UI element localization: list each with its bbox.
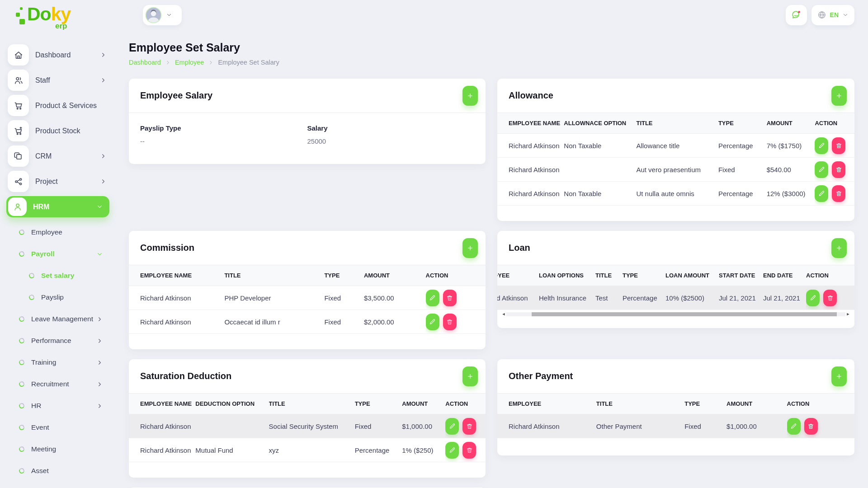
breadcrumb-dashboard[interactable]: Dashboard [129, 59, 161, 66]
delete-button[interactable] [462, 442, 476, 459]
column-header: END DATE [763, 265, 806, 286]
bullet-icon [18, 402, 25, 409]
table-cell: Fixed [355, 414, 402, 438]
employee-salary-card: Employee Salary Payslip Type -- Salary 2… [129, 79, 486, 164]
sidebar-item-leave-management[interactable]: Leave Management [0, 308, 117, 330]
column-header: TITLE [269, 394, 355, 414]
chevron-down-icon [166, 12, 172, 18]
brand-logo[interactable]: Doky erp [15, 3, 92, 31]
delete-button[interactable] [832, 161, 845, 178]
scrollbar-thumb[interactable] [532, 312, 837, 316]
edit-button[interactable] [806, 290, 820, 306]
sidebar-item-recruitment[interactable]: Recruitment [0, 373, 117, 395]
edit-button[interactable] [445, 418, 459, 435]
table-cell: Fixed [324, 286, 364, 310]
table-row: Richard AtkinsonPHP DeveloperFixed$3,500… [129, 286, 486, 310]
table-cell: Percentage [718, 134, 767, 158]
table-cell: Richard Atkinson [497, 158, 564, 182]
sidebar-item-employee[interactable]: Employee [0, 221, 117, 243]
table-cell: Richard Atkinson [497, 134, 564, 158]
sidebar-item-staff[interactable]: Staff [0, 70, 117, 91]
sidebar-item-meeting[interactable]: Meeting [0, 438, 117, 460]
delete-button[interactable] [443, 290, 457, 306]
sidebar-item-event[interactable]: Event [0, 417, 117, 438]
table-row: Richard AtkinsonOccaecat id illum rFixed… [129, 310, 486, 334]
edit-button[interactable] [445, 442, 459, 459]
sidebar-item-product-services[interactable]: Product & Services [0, 95, 117, 116]
table-cell: Mutual Fund [195, 438, 269, 462]
user-menu[interactable] [143, 5, 182, 25]
column-header: TYPE [684, 394, 726, 414]
sidebar-item-label: Training [31, 358, 56, 366]
card-title: Employee Salary [140, 90, 212, 101]
delete-button[interactable] [804, 418, 818, 435]
action-cell [426, 286, 486, 310]
table-cell: Richard Atkinson [497, 414, 596, 438]
sidebar-item-performance[interactable]: Performance [0, 330, 117, 352]
plus-icon [467, 244, 474, 252]
column-header: DEDUCTION OPTION [195, 394, 269, 414]
sidebar-item-asset[interactable]: Asset [0, 460, 117, 482]
column-header: TITLE [595, 265, 623, 286]
table-cell: $540.00 [767, 158, 815, 182]
delete-button[interactable] [832, 137, 845, 154]
add-allowance-button[interactable] [831, 86, 847, 106]
scroll-left-arrow[interactable]: ◄ [501, 312, 506, 316]
cards-grid: Employee Salary Payslip Type -- Salary 2… [129, 79, 854, 488]
column-header: AMOUNT [364, 265, 426, 286]
breadcrumb-employee[interactable]: Employee [175, 59, 204, 66]
table-row: Richard AtkinsonHelth InsuranceTestPerce… [497, 286, 854, 310]
column-header: AMOUNT [402, 394, 445, 414]
table-cell: Richard Atkinson [129, 438, 195, 462]
messenger-button[interactable] [786, 5, 807, 25]
table-cell: Test [595, 286, 623, 310]
sidebar-item-hrm[interactable]: HRM [6, 196, 109, 217]
sidebar-item-label: Dashboard [35, 51, 71, 59]
language-selector[interactable]: EN [811, 5, 854, 25]
table-cell: Fixed [324, 310, 364, 334]
loan-table: EMPLOYEELOAN OPTIONSTITLETYPELOAN AMOUNT… [497, 265, 854, 310]
scrollbar-track[interactable] [506, 312, 845, 316]
delete-button[interactable] [443, 314, 457, 330]
edit-button[interactable] [787, 418, 801, 435]
edit-button[interactable] [815, 161, 828, 178]
add-loan-button[interactable] [831, 238, 847, 258]
chevron-right-icon [96, 403, 103, 409]
edit-button[interactable] [815, 137, 828, 154]
add-saturation-deduction-button[interactable] [462, 366, 478, 386]
delete-button[interactable] [832, 185, 845, 202]
sidebar-item-label: Performance [31, 337, 71, 345]
add-commission-button[interactable] [462, 238, 478, 258]
delete-button[interactable] [462, 418, 476, 435]
sidebar-item-payslip[interactable]: Payslip [0, 286, 117, 308]
sidebar-item-label: Project [35, 178, 58, 186]
sidebar-item-project[interactable]: Project [0, 171, 117, 192]
column-header: START DATE [719, 265, 763, 286]
edit-button[interactable] [426, 290, 439, 306]
table-cell: Fixed [684, 414, 726, 438]
table-cell [195, 414, 269, 438]
edit-button[interactable] [426, 314, 439, 330]
sidebar-item-set-salary[interactable]: Set salary [0, 265, 117, 286]
add-employee-salary-button[interactable] [462, 86, 478, 106]
other-payment-table: EMPLOYEETITLETYPEAMOUNTACTIONRichard Atk… [497, 393, 854, 438]
plus-icon [835, 92, 843, 99]
sidebar-item-training[interactable]: Training [0, 352, 117, 373]
bullet-icon [18, 467, 25, 474]
sidebar-item-hr[interactable]: HR [0, 395, 117, 417]
sidebar-item-crm[interactable]: CRM [0, 145, 117, 167]
chevron-right-icon [96, 316, 103, 323]
sidebar-item-payroll[interactable]: Payroll [0, 243, 117, 265]
sidebar-item-dashboard[interactable]: Dashboard [0, 44, 117, 66]
column-header: AMOUNT [767, 113, 815, 134]
user-icon [8, 197, 27, 216]
chevron-right-icon [96, 381, 103, 388]
edit-button[interactable] [815, 185, 828, 202]
sidebar-item-product-stock[interactable]: Product Stock [0, 120, 117, 141]
table-cell: $1,000.00 [726, 414, 787, 438]
delete-button[interactable] [823, 290, 837, 306]
add-other-payment-button[interactable] [831, 366, 847, 386]
column-header: LOAN OPTIONS [539, 265, 595, 286]
scroll-right-arrow[interactable]: ► [845, 312, 851, 316]
sidebar-item-label: CRM [35, 152, 52, 160]
